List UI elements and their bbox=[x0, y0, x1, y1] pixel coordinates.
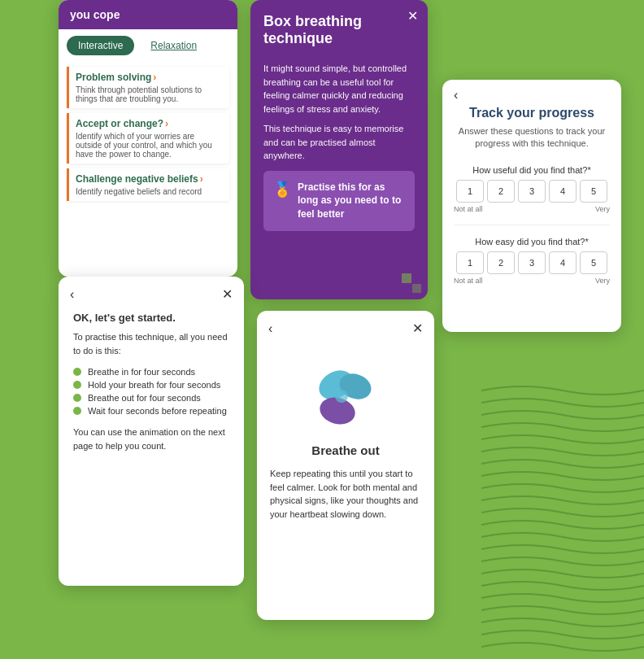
rating-easy: How easy did you find that?* 1 2 3 4 5 N… bbox=[442, 232, 621, 290]
instructions-back-button[interactable]: ‹ bbox=[70, 287, 74, 302]
rating-useful-5[interactable]: 5 bbox=[580, 180, 607, 203]
rating-easy-scale: Not at all Very bbox=[454, 277, 610, 285]
coping-item-problem-solving[interactable]: Problem solving › Think through potentia… bbox=[67, 67, 229, 108]
instructions-body: OK, let's get started. To practise this … bbox=[59, 308, 244, 474]
instructions-outro: You can use the animation on the next pa… bbox=[73, 426, 229, 452]
instructions-steps: Breathe in for four seconds Hold your br… bbox=[73, 365, 229, 417]
rating-easy-5[interactable]: 5 bbox=[580, 251, 607, 274]
bullet-dot-2 bbox=[73, 381, 81, 389]
breathe-back-button[interactable]: ‹ bbox=[268, 321, 272, 336]
rating-useful-2[interactable]: 2 bbox=[487, 180, 515, 203]
breathing-corner-deco bbox=[402, 273, 421, 293]
breathing-title: Box breathing technique bbox=[263, 13, 415, 47]
step-4: Wait four seconds before repeating bbox=[88, 406, 227, 416]
track-back-button[interactable]: ‹ bbox=[442, 80, 469, 106]
rating-easy-buttons: 1 2 3 4 5 bbox=[454, 251, 610, 274]
instructions-close-button[interactable]: ✕ bbox=[222, 286, 233, 302]
breathe-header: ‹ ✕ bbox=[257, 311, 434, 343]
coping-item-desc-1: Think through potential solutions to thi… bbox=[76, 85, 223, 103]
scale-high-2: Very bbox=[595, 277, 610, 285]
highlight-emoji: 🏅 bbox=[273, 181, 291, 199]
rating-easy-4[interactable]: 4 bbox=[549, 251, 577, 274]
rating-useful-3[interactable]: 3 bbox=[518, 180, 546, 203]
card-track-progress: ‹ Track your progress Answer these quest… bbox=[442, 80, 621, 332]
coping-header-text: you cope bbox=[70, 8, 120, 21]
highlight-text: Practise this for as long as you need to… bbox=[298, 181, 405, 221]
step-2: Hold your breath for four seconds bbox=[88, 380, 220, 390]
chevron-icon-3: › bbox=[200, 173, 203, 185]
bullet-dot-4 bbox=[73, 407, 81, 415]
tab-relaxation[interactable]: Relaxation bbox=[139, 36, 208, 55]
rating-easy-1[interactable]: 1 bbox=[456, 251, 484, 274]
rating-useful-buttons: 1 2 3 4 5 bbox=[454, 180, 610, 203]
list-item: Breathe in for four seconds bbox=[73, 365, 229, 378]
rating-useful-scale: Not at all Very bbox=[454, 205, 610, 213]
svg-rect-0 bbox=[402, 273, 411, 283]
step-1: Breathe in for four seconds bbox=[88, 367, 195, 377]
breathe-visual bbox=[305, 362, 386, 435]
coping-item-title-3: Challenge negative beliefs › bbox=[76, 173, 223, 185]
scale-low-2: Not at all bbox=[454, 277, 483, 285]
rating-useful-1[interactable]: 1 bbox=[456, 180, 484, 203]
breathe-desc: Keep repeating this until you start to f… bbox=[270, 467, 421, 521]
card-coping: you cope Interactive Relaxation Problem … bbox=[59, 0, 237, 277]
close-button[interactable]: ✕ bbox=[407, 8, 418, 24]
list-item: Wait four seconds before repeating bbox=[73, 404, 229, 417]
card-instructions: ‹ ✕ OK, let's get started. To practise t… bbox=[59, 277, 244, 586]
instructions-intro: To practise this technique, all you need… bbox=[73, 330, 229, 357]
coping-item-challenge-beliefs[interactable]: Challenge negative beliefs › Identify ne… bbox=[67, 168, 229, 201]
breathing-highlight: 🏅 Practise this for as long as you need … bbox=[263, 171, 415, 231]
instructions-header: ‹ ✕ bbox=[59, 277, 244, 308]
scale-high-1: Very bbox=[595, 205, 610, 213]
rating-divider bbox=[454, 225, 610, 225]
list-item: Breathe out for four seconds bbox=[73, 391, 229, 404]
coping-item-title-1: Problem solving › bbox=[76, 72, 223, 83]
rating-useful: How useful did you find that?* 1 2 3 4 5… bbox=[442, 160, 621, 218]
track-subtitle: Answer these questions to track your pro… bbox=[442, 125, 621, 160]
breathing-text-1: It might sound simple, but controlled br… bbox=[263, 62, 415, 116]
rating-easy-label: How easy did you find that?* bbox=[454, 237, 610, 247]
card-box-breathing: ✕ Box breathing technique It might sound… bbox=[250, 0, 428, 299]
breathe-body: Breathe out Keep repeating this until yo… bbox=[257, 343, 434, 534]
bullet-dot-1 bbox=[73, 368, 81, 376]
coping-item-desc-2: Identify which of your worries are outsi… bbox=[76, 132, 223, 159]
list-item: Hold your breath for four seconds bbox=[73, 378, 229, 391]
track-title: Track your progress bbox=[442, 106, 621, 125]
background-pattern bbox=[481, 374, 644, 659]
instructions-heading: OK, let's get started. bbox=[73, 312, 229, 324]
coping-tabs: Interactive Relaxation bbox=[59, 29, 237, 62]
breathe-label: Breathe out bbox=[270, 443, 421, 457]
coping-header: you cope bbox=[59, 0, 237, 29]
bullet-dot-3 bbox=[73, 394, 81, 402]
coping-item-title-2: Accept or change? › bbox=[76, 118, 223, 129]
rating-easy-2[interactable]: 2 bbox=[487, 251, 515, 274]
breathing-header: Box breathing technique bbox=[250, 0, 428, 62]
coping-item-accept-change[interactable]: Accept or change? › Identify which of yo… bbox=[67, 113, 229, 164]
coping-item-desc-3: Identify negative beliefs and record bbox=[76, 187, 223, 196]
chevron-icon-1: › bbox=[153, 72, 156, 83]
svg-point-5 bbox=[335, 390, 348, 403]
tab-interactive[interactable]: Interactive bbox=[67, 36, 134, 55]
svg-rect-1 bbox=[412, 284, 421, 293]
breathing-body: It might sound simple, but controlled br… bbox=[250, 62, 428, 231]
rating-useful-label: How useful did you find that?* bbox=[454, 165, 610, 175]
scale-low-1: Not at all bbox=[454, 205, 483, 213]
card-breathe-out: ‹ ✕ Breathe out Keep repeating this unti… bbox=[257, 311, 434, 620]
rating-easy-3[interactable]: 3 bbox=[518, 251, 546, 274]
step-3: Breathe out for four seconds bbox=[88, 393, 201, 403]
chevron-icon-2: › bbox=[165, 118, 168, 129]
rating-useful-4[interactable]: 4 bbox=[549, 180, 577, 203]
breathe-close-button[interactable]: ✕ bbox=[412, 321, 423, 336]
breathing-text-2: This technique is easy to memorise and c… bbox=[263, 122, 415, 163]
